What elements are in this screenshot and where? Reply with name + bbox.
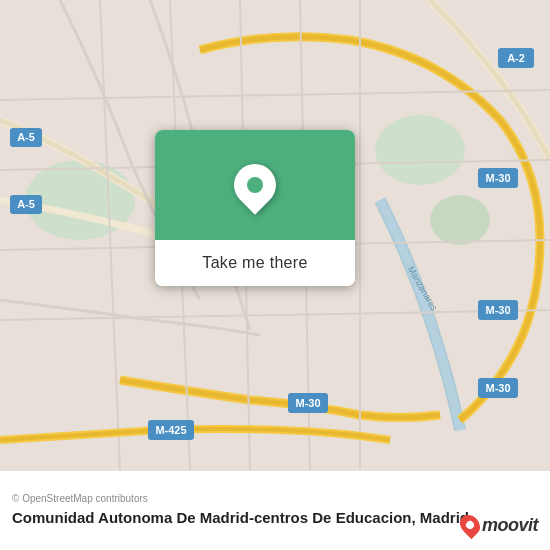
svg-text:M-30: M-30	[295, 397, 320, 409]
svg-text:M-30: M-30	[485, 304, 510, 316]
map-attribution: © OpenStreetMap contributors	[12, 493, 538, 504]
bottom-bar: © OpenStreetMap contributors Comunidad A…	[0, 470, 550, 550]
svg-text:M-425: M-425	[155, 424, 186, 436]
popup-map-header	[155, 130, 355, 240]
map-container: A-2 A-5 A-5 M-30 M-30 M-30 M-425 M-30 Ma…	[0, 0, 550, 470]
popup-card: Take me there	[155, 130, 355, 286]
moovit-text: moovit	[482, 515, 538, 536]
svg-text:M-30: M-30	[485, 172, 510, 184]
svg-point-2	[375, 115, 465, 185]
svg-text:A-2: A-2	[507, 52, 525, 64]
moovit-logo: moovit	[461, 514, 538, 536]
svg-text:M-30: M-30	[485, 382, 510, 394]
svg-text:A-5: A-5	[17, 198, 35, 210]
take-me-there-button[interactable]: Take me there	[155, 240, 355, 286]
moovit-pin-icon	[456, 511, 484, 539]
svg-text:A-5: A-5	[17, 131, 35, 143]
location-pin	[225, 155, 284, 214]
pin-inner	[247, 177, 263, 193]
svg-point-3	[430, 195, 490, 245]
